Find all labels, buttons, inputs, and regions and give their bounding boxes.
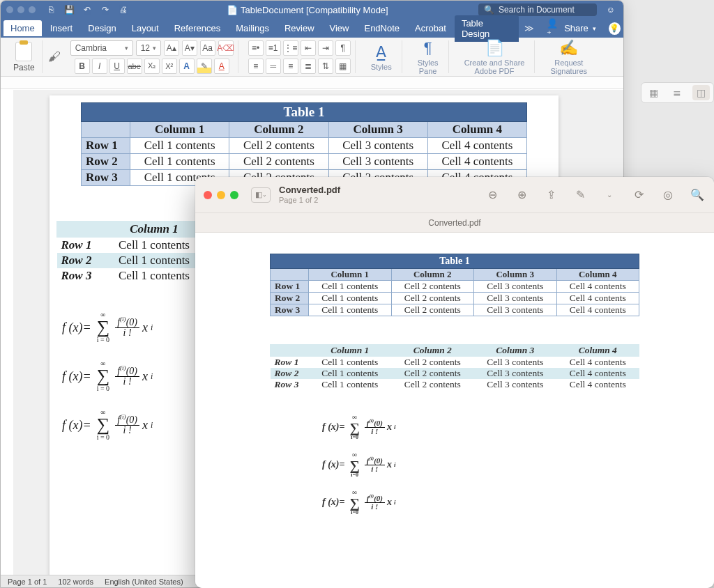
line-spacing-button[interactable]: ⇅ [318,59,333,74]
preview-toolbar: ⊖ ⊕ ⇪ ✎ ⌄ ⟳ ◎ 🔍 [484,188,706,201]
list-view-icon[interactable]: ≣ [669,85,685,100]
chevron-down-icon[interactable]: ⌄ [601,191,618,199]
preview-window-controls[interactable] [204,191,238,199]
pdf-table-2: Column 1 Column 2 Column 3 Column 4 Row … [270,344,639,390]
close-icon[interactable] [204,191,212,199]
adobe-pdf-button[interactable]: 📄 Create and Share Adobe PDF [459,39,531,75]
font-color-button[interactable]: A [214,59,229,74]
tab-layout[interactable]: Layout [125,20,166,36]
strikethrough-button[interactable]: abe [127,59,142,74]
status-words[interactable]: 102 words [58,578,93,586]
horizontal-ruler[interactable] [1,77,623,89]
pdf-table-1: Table 1 Column 1 Column 2 Column 3 Colum… [270,254,639,316]
feedback-icon[interactable]: ☺ [604,5,618,15]
zoom-in-icon[interactable]: ⊕ [513,188,530,201]
print-icon[interactable]: 🖨 [118,4,129,15]
status-page[interactable]: Page 1 of 1 [8,578,47,586]
styles-button[interactable]: A̲ Styles [365,43,397,71]
tab-mailings[interactable]: Mailings [229,20,276,36]
decrease-indent-button[interactable]: ⇤ [301,40,316,56]
styles-group: A̲ Styles [361,40,402,73]
request-signatures-button[interactable]: ✍ Request Signatures [545,39,593,75]
align-center-button[interactable]: ═ [266,59,281,74]
word-table-1[interactable]: Table 1 Column 1 Column 2 Column 3 Colum… [81,102,527,186]
format-painter-icon[interactable]: 🖌 [48,49,61,64]
font-name-select[interactable]: Cambria▾ [70,40,133,56]
increase-indent-button[interactable]: ⇥ [318,40,333,56]
shading-button[interactable]: ▦ [335,59,351,74]
table1-row2: Row 2 [82,154,130,170]
markup-icon[interactable]: ✎ [572,188,588,201]
tab-acrobat[interactable]: Acrobat [408,20,453,36]
preview-tabbar[interactable]: Converted.pdf [195,213,714,233]
more-tabs-icon[interactable]: ≫ [520,23,538,33]
redo-icon[interactable]: ↷ [100,4,111,15]
maximize-icon[interactable] [29,6,36,13]
tab-insert[interactable]: Insert [43,20,80,36]
share-button[interactable]: 👤⁺ Share ▾ [540,17,603,40]
highlight-button[interactable]: ✎ [197,59,212,74]
pdf-formula-3: f (x)= ∞∑i=0 f(i)(0)i ! xi [322,489,671,516]
styles-pane-button[interactable]: ¶ Styles Pane [412,39,444,75]
align-left-button[interactable]: ≡ [248,59,264,74]
superscript-button[interactable]: X² [162,59,177,74]
paste-button[interactable]: Paste [10,40,38,74]
minimize-icon[interactable] [17,6,24,13]
close-icon[interactable] [6,6,13,13]
tab-references[interactable]: References [167,20,227,36]
table1-col3: Column 3 [328,122,427,138]
maximize-icon[interactable] [230,191,238,199]
status-language[interactable]: English (United States) [105,578,183,586]
tab-table-design[interactable]: Table Design [455,15,519,42]
minimize-icon[interactable] [217,191,225,199]
tab-review[interactable]: Review [278,20,321,36]
tab-home[interactable]: Home [3,20,42,36]
font-size-select[interactable]: 12▾ [136,40,161,56]
window-controls[interactable] [6,6,36,13]
align-right-button[interactable]: ≡ [283,59,298,74]
table1-title: Table 1 [82,103,527,122]
undo-icon[interactable]: ↶ [82,4,93,15]
grow-font-button[interactable]: A▴ [164,40,179,56]
word-table-2[interactable]: Column 1 Row 1Cell 1 contents Row 2Cell … [56,221,203,284]
tab-endnote[interactable]: EndNote [357,20,407,36]
table1-col4: Column 4 [427,122,526,138]
shrink-font-button[interactable]: A▾ [182,40,197,56]
pdf-formula-1: f (x)= ∞∑i=0 f(i)(0)i ! xi [322,414,671,440]
font-group: Cambria▾ 12▾ A▴ A▾ Aa A⌫ B I U abe X₂ X²… [66,40,238,73]
autosave-icon[interactable]: ⎘ [45,4,56,15]
clear-format-button[interactable]: A⌫ [218,40,234,56]
search-box[interactable]: 🔍 Search in Document [478,3,597,16]
show-marks-button[interactable]: ¶ [335,40,351,56]
justify-button[interactable]: ≣ [301,59,316,74]
highlight-icon[interactable]: ◎ [660,188,676,201]
change-case-button[interactable]: Aa [200,40,215,56]
zoom-out-icon[interactable]: ⊖ [484,188,501,201]
tell-me-icon[interactable]: 💡 [609,22,621,35]
table1-row1: Row 1 [82,138,130,154]
save-icon[interactable]: 💾 [63,4,75,15]
sidebar-toggle-icon[interactable]: ◧ ⌄ [251,187,271,203]
share-icon: 👤⁺ [547,18,561,39]
preview-tab[interactable]: Converted.pdf [428,218,480,228]
numbering-button[interactable]: ≡1 [266,40,281,56]
underline-button[interactable]: U [109,59,125,74]
subscript-button[interactable]: X₂ [144,59,160,74]
bullets-button[interactable]: ≡• [248,40,264,56]
table1-col1: Column 1 [130,122,229,138]
multilevel-button[interactable]: ⋮≡ [283,40,298,56]
preview-title: Converted.pdf Page 1 of 2 [279,185,340,205]
preview-page: Table 1 Column 1 Column 2 Column 3 Colum… [238,254,671,516]
italic-button[interactable]: I [92,59,107,74]
preview-canvas[interactable]: Table 1 Column 1 Column 2 Column 3 Colum… [195,233,714,588]
table1-row3: Row 3 [82,170,130,186]
tab-view[interactable]: View [323,20,356,36]
bold-button[interactable]: B [75,59,90,74]
text-effects-button[interactable]: A [179,59,195,74]
share-icon[interactable]: ⇪ [542,188,559,201]
search-icon[interactable]: 🔍 [689,188,706,201]
tab-design[interactable]: Design [81,20,123,36]
grid-view-icon[interactable]: ▦ [645,85,662,100]
column-view-icon[interactable]: ◫ [692,85,710,100]
rotate-icon[interactable]: ⟳ [630,188,647,201]
